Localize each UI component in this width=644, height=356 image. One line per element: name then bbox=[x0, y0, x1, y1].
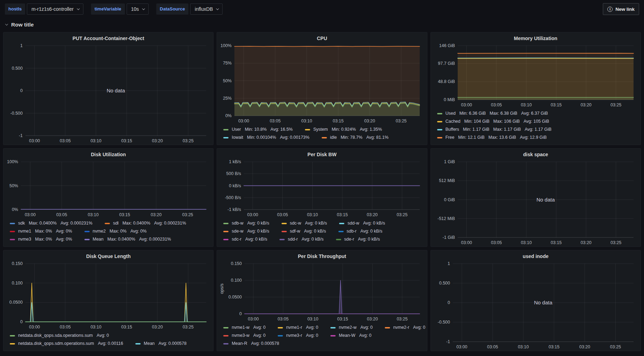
legend-swatch bbox=[223, 223, 229, 224]
legend-item-label[interactable]: netdata.disk_qops.sda.operations.sum bbox=[18, 332, 93, 340]
legend-item-label[interactable]: Mean bbox=[144, 340, 155, 348]
legend-item-stat: Max: 0% bbox=[110, 227, 127, 235]
legend-row: nvme1-wAvg: 0nvme1-rAvg: 0nvme2-wAvg: 0n… bbox=[223, 324, 424, 332]
legend-item-stat: Avg: 0 bbox=[360, 324, 373, 332]
legend-item-label[interactable]: sdk bbox=[18, 219, 25, 227]
chart-canvas: 03:0003:0503:1003:1503:2003:251 kB/s500 … bbox=[219, 159, 425, 219]
legend-row: sdkMax: 0.0400%Avg: 0.000231%sdlMax: 0.0… bbox=[10, 219, 210, 227]
legend-item: UserMin: 10.8%Avg: 16.5% bbox=[223, 126, 297, 134]
new-link-button[interactable]: i New link bbox=[603, 3, 639, 15]
legend-item-stat: Min: 78.7% bbox=[340, 134, 362, 142]
variable-value-timevariable[interactable]: 10s bbox=[127, 3, 149, 15]
legend-item-label[interactable]: sdd-r bbox=[288, 235, 298, 243]
legend-item-label[interactable]: Cached bbox=[445, 118, 460, 126]
legend-item-label[interactable]: sde-r bbox=[344, 235, 354, 243]
legend-row: BuffersMin: 1.17 GiBMax: 1.17 GiBAvg: 1.… bbox=[437, 126, 638, 134]
svg-text:0: 0 bbox=[20, 319, 23, 324]
legend-item: SystemMin: 0.924%Avg: 1.35% bbox=[305, 126, 386, 134]
chart-canvas: 03:0003:0503:1003:1503:2003:251 GiB512 M… bbox=[433, 159, 638, 247]
legend-item-stat: Avg: 0 kB/s bbox=[358, 235, 380, 243]
legend-item-label[interactable]: nvme3 bbox=[18, 235, 31, 243]
legend-swatch bbox=[223, 239, 229, 240]
legend-item-label[interactable]: sde-w bbox=[232, 227, 243, 235]
legend-item-label[interactable]: Mean-R bbox=[232, 340, 247, 348]
legend-item-label[interactable]: nvme2 bbox=[93, 227, 106, 235]
panel-title-disk_space[interactable]: disk space bbox=[431, 149, 641, 158]
chart-cpu[interactable]: 03:0003:0503:1003:1503:2003:25100%75%50%… bbox=[219, 43, 425, 125]
svg-text:03:15: 03:15 bbox=[121, 138, 132, 143]
legend-item-stat: Max: 0.0400% bbox=[122, 219, 150, 227]
svg-text:03:15: 03:15 bbox=[337, 212, 348, 217]
svg-text:03:25: 03:25 bbox=[183, 325, 194, 330]
legend-item-label[interactable]: nvme1-w bbox=[232, 324, 249, 332]
panel-title-memory[interactable]: Memory Utilization bbox=[431, 32, 641, 42]
legend-item-label[interactable]: sdb-w bbox=[232, 219, 243, 227]
legend-item-label[interactable]: nvme1-r bbox=[286, 324, 302, 332]
legend-swatch bbox=[84, 239, 90, 240]
legend-item-label[interactable]: sdd-w bbox=[347, 219, 359, 227]
chart-canvas: 03:0003:0503:1003:1503:2003:2510.5000-0.… bbox=[433, 261, 638, 351]
svg-text:0 kB/s: 0 kB/s bbox=[229, 183, 241, 188]
legend-item-stat: Avg: 0 bbox=[359, 332, 372, 340]
legend-item-stat: Avg: 0 bbox=[306, 324, 318, 332]
chart-disk_tp[interactable]: 03:0003:0503:1003:1503:2003:250.1500.100… bbox=[219, 261, 425, 323]
svg-text:0.150: 0.150 bbox=[12, 261, 23, 266]
legend-item-label[interactable]: nvme3-r bbox=[286, 332, 302, 340]
legend-item-stat: Avg: 1.35% bbox=[360, 126, 382, 134]
legend-item: nvme1Max: 0%Avg: 0% bbox=[10, 227, 76, 235]
panel-title-inode[interactable]: used inode bbox=[431, 250, 641, 260]
panel-disk_bw: Per Disk BW03:0003:0503:1003:1503:2003:2… bbox=[217, 148, 427, 247]
svg-text:0.0500: 0.0500 bbox=[229, 295, 242, 300]
svg-text:03:15: 03:15 bbox=[548, 344, 559, 349]
legend-item-label[interactable]: sdc-r bbox=[232, 235, 241, 243]
legend-item-stat: Avg: 0 kB/s bbox=[305, 219, 327, 227]
legend-item-label[interactable]: sdb-r bbox=[347, 227, 357, 235]
svg-text:No data: No data bbox=[534, 300, 552, 305]
variable-value-datasource[interactable]: influxDB bbox=[190, 3, 223, 15]
svg-text:-512 MiB: -512 MiB bbox=[437, 216, 455, 221]
panel-title-put[interactable]: PUT Account-Container-Object bbox=[3, 32, 213, 42]
variable-value-text: m-r1z1s6-controller bbox=[31, 6, 74, 12]
legend-swatch bbox=[223, 343, 229, 344]
legend-item-label[interactable]: User bbox=[232, 126, 241, 134]
legend-row: netdata.disk_qops.sdm.operations.sumAvg:… bbox=[10, 340, 210, 348]
row-header[interactable]: Row title bbox=[0, 18, 644, 31]
panel-title-cpu[interactable]: CPU bbox=[217, 32, 427, 42]
svg-text:0.150: 0.150 bbox=[231, 261, 242, 266]
panel-title-disk_util[interactable]: Disk Utilization bbox=[3, 149, 213, 158]
legend-item-label[interactable]: sdf-w bbox=[290, 227, 300, 235]
legend-item-label[interactable]: sdl bbox=[113, 219, 119, 227]
legend-item-label[interactable]: System bbox=[313, 126, 328, 134]
legend-item-label[interactable]: Buffers bbox=[445, 126, 459, 134]
panel-title-disk_bw[interactable]: Per Disk BW bbox=[217, 149, 427, 158]
svg-text:03:05: 03:05 bbox=[60, 325, 70, 330]
legend-item-label[interactable]: idle bbox=[330, 134, 337, 142]
legend-item-label[interactable]: nvme2-w bbox=[339, 324, 357, 332]
legend-item-label[interactable]: nvme1 bbox=[18, 227, 31, 235]
legend-item-label[interactable]: nvme2-r bbox=[393, 324, 409, 332]
legend-item-stat: Avg: 0 bbox=[413, 324, 425, 332]
legend-item-label[interactable]: nvme3-w bbox=[232, 332, 249, 340]
panel-title-disk_tp[interactable]: Per Disk Throughput bbox=[217, 250, 427, 260]
chart-disk_space[interactable]: 03:0003:0503:1003:1503:2003:251 GiB512 M… bbox=[433, 159, 638, 247]
legend-item-label[interactable]: Free bbox=[445, 134, 455, 142]
svg-text:03:05: 03:05 bbox=[491, 103, 502, 107]
chart-inode[interactable]: 03:0003:0503:1003:1503:2003:2510.5000-0.… bbox=[433, 261, 638, 351]
legend-item: BuffersMin: 1.17 GiBMax: 1.17 GiBAvg: 1.… bbox=[437, 126, 555, 134]
svg-text:-0.500: -0.500 bbox=[10, 111, 23, 116]
chart-disk_util[interactable]: 03:0003:0503:1003:1503:2003:25100%50%0% bbox=[6, 159, 211, 219]
panel-title-disk_queue[interactable]: Disk Queue Length bbox=[3, 250, 213, 260]
chart-memory[interactable]: 03:0003:0503:1003:1503:2003:25146 GiB97.… bbox=[433, 43, 638, 109]
legend-item-label[interactable]: netdata.disk_qops.sdm.operations.sum bbox=[18, 340, 94, 348]
legend-item-label[interactable]: Mean-W bbox=[339, 332, 355, 340]
legend-item-label[interactable]: Iowait bbox=[232, 134, 243, 142]
variable-value-hostis[interactable]: m-r1z1s6-controller bbox=[27, 3, 83, 15]
legend-item-label[interactable]: Mean bbox=[93, 235, 104, 243]
chart-disk_queue[interactable]: 03:0003:0503:1003:1503:2003:250.1500.100… bbox=[6, 261, 211, 331]
legend-item-label[interactable]: Used bbox=[445, 109, 456, 118]
chart-disk_bw[interactable]: 03:0003:0503:1003:1503:2003:251 kB/s500 … bbox=[219, 159, 425, 219]
legend-item: sdkMax: 0.0400%Avg: 0.000231% bbox=[10, 219, 96, 227]
chart-put[interactable]: 03:0003:0503:1003:1503:2003:2510.5000-0.… bbox=[6, 43, 211, 145]
svg-text:03:25: 03:25 bbox=[611, 103, 621, 107]
legend-item-label[interactable]: sdc-w bbox=[290, 219, 301, 227]
